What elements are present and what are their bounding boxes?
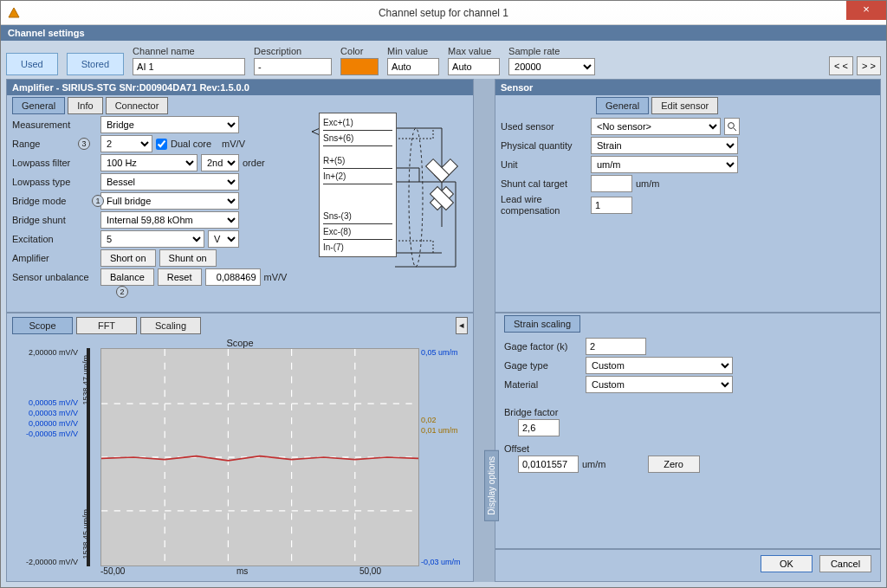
color-swatch[interactable] bbox=[340, 58, 379, 75]
tab-scaling[interactable]: Scaling bbox=[140, 317, 201, 334]
pin-excp: Exc+(1) bbox=[323, 115, 392, 131]
x-right: 50,00 bbox=[359, 566, 381, 576]
min-input[interactable] bbox=[387, 58, 439, 75]
lowpass-type-select[interactable]: Bessel bbox=[100, 173, 239, 191]
pin-list: Exc+(1) Sns+(6) R+(5) In+(2) Sns-(3) Exc… bbox=[319, 113, 397, 257]
amplifier-title: Amplifier - SIRIUS-STG SNr:D00904DA71 Re… bbox=[7, 80, 473, 95]
scope-title: Scope bbox=[12, 338, 468, 348]
annot-2: 2 bbox=[116, 286, 128, 298]
y-right-mid2: 0,01 um/m bbox=[421, 426, 458, 435]
vbar-bot: 1538,45 um/m bbox=[81, 509, 90, 559]
svg-point-17 bbox=[409, 128, 423, 267]
tab-info[interactable]: Info bbox=[68, 97, 102, 114]
reset-button[interactable]: Reset bbox=[158, 268, 202, 286]
range-select[interactable]: 2 bbox=[100, 135, 152, 152]
cancel-button[interactable]: Cancel bbox=[819, 555, 871, 572]
dualcore-checkbox[interactable] bbox=[156, 139, 167, 150]
material-select[interactable]: Custom bbox=[586, 376, 733, 393]
lowpass-type-label: Lowpass type bbox=[12, 177, 97, 187]
description-label: Description bbox=[254, 46, 332, 56]
sensor-tab-general[interactable]: General bbox=[596, 97, 649, 114]
tab-strain-scaling[interactable]: Strain scaling bbox=[504, 315, 580, 333]
x-mid: ms bbox=[125, 566, 359, 576]
bridge-factor-input[interactable] bbox=[518, 419, 560, 436]
svg-point-22 bbox=[728, 123, 735, 129]
shunt-on-button[interactable]: Shunt on bbox=[159, 249, 217, 267]
order-label: order bbox=[243, 158, 265, 168]
search-icon[interactable] bbox=[724, 118, 740, 135]
prev-channel-button[interactable]: < < bbox=[829, 56, 853, 75]
short-on-button[interactable]: Short on bbox=[100, 249, 156, 267]
sensor-tab-edit[interactable]: Edit sensor bbox=[651, 97, 718, 114]
annot-3: 3 bbox=[78, 138, 90, 150]
physical-qty-select[interactable]: Strain bbox=[591, 137, 738, 154]
used-sensor-select[interactable]: <No sensor> bbox=[591, 118, 721, 135]
svg-line-23 bbox=[734, 128, 736, 131]
next-channel-button[interactable]: > > bbox=[857, 56, 881, 75]
pin-rp: R+(5) bbox=[323, 153, 392, 169]
gage-k-input[interactable] bbox=[586, 338, 646, 355]
lowpass-freq-select[interactable]: 100 Hz bbox=[100, 154, 197, 171]
bridge-shunt-label: Bridge shunt bbox=[12, 215, 97, 225]
description-input[interactable] bbox=[254, 58, 332, 75]
channel-name-label: Channel name bbox=[133, 46, 245, 56]
unbalance-unit: mV/V bbox=[264, 272, 288, 282]
gage-type-label: Gage type bbox=[504, 360, 582, 371]
pin-snsp: Sns+(6) bbox=[323, 131, 392, 146]
close-button[interactable]: × bbox=[846, 1, 886, 20]
offset-label: Offset bbox=[504, 443, 871, 454]
tab-general[interactable]: General bbox=[12, 97, 65, 114]
lead-wire-input[interactable] bbox=[591, 197, 632, 214]
tab-fft[interactable]: FFT bbox=[76, 317, 137, 334]
material-label: Material bbox=[504, 379, 582, 390]
y-top: 2,00000 mV/V bbox=[29, 348, 78, 357]
scope-plot[interactable] bbox=[100, 348, 419, 566]
min-label: Min value bbox=[387, 46, 439, 56]
pin-inp: In+(2) bbox=[323, 169, 392, 184]
excitation-value-select[interactable]: 5 bbox=[100, 230, 204, 248]
excitation-unit-select[interactable]: V bbox=[208, 230, 239, 248]
sensor-unbalance-label: Sensor unbalance bbox=[12, 272, 97, 282]
pin-excn: Exc-(8) bbox=[323, 224, 392, 240]
unit-label: Unit bbox=[501, 159, 587, 170]
tab-connector[interactable]: Connector bbox=[106, 97, 169, 114]
zero-button[interactable]: Zero bbox=[648, 456, 700, 473]
offset-unit: um/m bbox=[582, 459, 606, 469]
y-left-1: 0,00003 mV/V bbox=[29, 409, 78, 417]
physical-qty-label: Physical quantity bbox=[501, 140, 587, 151]
unit-select[interactable]: um/m bbox=[591, 156, 738, 173]
shunt-target-label: Shunt cal target bbox=[501, 178, 587, 189]
app-icon bbox=[8, 7, 20, 19]
tab-scope[interactable]: Scope bbox=[12, 317, 73, 334]
measurement-select[interactable]: Bridge bbox=[100, 116, 239, 133]
channel-name-input[interactable] bbox=[133, 58, 245, 75]
bridge-shunt-select[interactable]: Internal 59,88 kOhm bbox=[100, 211, 239, 229]
max-input[interactable] bbox=[448, 58, 500, 75]
annot-1: 1 bbox=[92, 195, 104, 207]
color-label: Color bbox=[340, 46, 379, 56]
sample-rate-select[interactable]: 20000 bbox=[508, 58, 595, 75]
unbalance-value[interactable] bbox=[205, 268, 261, 286]
y-left-2: 0,00000 mV/V bbox=[29, 419, 78, 428]
balance-button[interactable]: Balance bbox=[100, 268, 154, 286]
y-bot: -2,00000 mV/V bbox=[26, 558, 78, 566]
shunt-target-unit: um/m bbox=[636, 178, 660, 189]
offset-input[interactable] bbox=[518, 456, 579, 473]
bridge-mode-select[interactable]: Full bridge bbox=[100, 192, 239, 210]
y-right-mid1: 0,02 bbox=[421, 416, 437, 424]
top-row: Used Stored Channel name Description Col… bbox=[6, 46, 881, 75]
x-left: -50,00 bbox=[100, 566, 125, 576]
y-left-0: 0,00005 mV/V bbox=[29, 398, 78, 407]
display-options-tab[interactable]: Display options bbox=[484, 450, 499, 521]
y-right-bot: -0,03 um/m bbox=[421, 558, 461, 566]
ok-button[interactable]: OK bbox=[761, 555, 813, 572]
window-title: Channel setup for channel 1 bbox=[379, 7, 508, 19]
used-button[interactable]: Used bbox=[6, 53, 58, 75]
stored-button[interactable]: Stored bbox=[67, 53, 124, 75]
gage-type-select[interactable]: Custom bbox=[586, 357, 733, 374]
lowpass-order-select[interactable]: 2nd bbox=[201, 154, 239, 171]
shunt-target-input[interactable] bbox=[591, 175, 632, 192]
collapse-arrow-icon[interactable]: ◂ bbox=[456, 317, 468, 334]
vbar-top: 1538,47 um/m bbox=[81, 355, 90, 405]
max-label: Max value bbox=[448, 46, 500, 56]
